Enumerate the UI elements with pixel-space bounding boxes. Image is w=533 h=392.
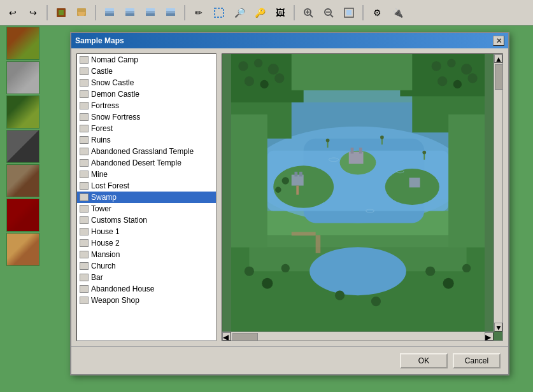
svg-point-46 — [245, 76, 254, 86]
map-list-item-icon — [80, 182, 89, 190]
open-button[interactable] — [73, 4, 90, 22]
map-list-item-label: Abandoned Desert Temple — [91, 158, 181, 167]
zoom-fit-button[interactable] — [340, 4, 358, 22]
map-list-item[interactable]: Abandoned Grassland Temple — [77, 146, 216, 157]
svg-rect-70 — [296, 186, 299, 195]
map-list-item[interactable]: House 1 — [77, 226, 216, 237]
map-list-item[interactable]: Nomad Camp — [77, 54, 216, 66]
map-list-item-label: Snow Castle — [91, 78, 134, 87]
svg-line-20 — [330, 15, 333, 17]
map-list-item-label: Castle — [91, 67, 113, 76]
search-button[interactable]: 🔎 — [231, 4, 248, 22]
sidebar-tile-1[interactable] — [6, 27, 39, 60]
svg-rect-11 — [166, 13, 175, 16]
svg-rect-76 — [316, 235, 321, 253]
map-list-item[interactable]: Snow Castle — [77, 77, 216, 88]
sidebar-tile-6[interactable] — [6, 199, 39, 232]
map-list-item[interactable]: Abandoned Desert Temple — [77, 157, 216, 169]
svg-point-55 — [245, 267, 254, 276]
svg-rect-77 — [292, 232, 316, 236]
plugin-button[interactable]: 🔌 — [388, 4, 406, 22]
pencil-button[interactable]: ✏ — [190, 4, 208, 22]
map-list-item-icon — [80, 148, 89, 155]
map-list-panel: Nomad CampCastleSnow CastleDemon CastleF… — [76, 53, 217, 341]
map-list-item[interactable]: Abandoned House — [77, 283, 216, 295]
svg-point-61 — [335, 291, 345, 300]
svg-point-83 — [422, 151, 426, 155]
map-list-item-icon — [80, 125, 89, 132]
map-list-item[interactable]: Swamp — [77, 192, 216, 203]
map-scrollbar-horizontal[interactable]: ◀ ▶ — [222, 332, 494, 340]
sidebar-tile-3[interactable] — [6, 95, 39, 129]
svg-point-57 — [281, 264, 290, 272]
svg-point-79 — [326, 139, 330, 143]
svg-rect-65 — [299, 172, 302, 177]
map-list-item-label: Mine — [91, 170, 108, 179]
map-list-item[interactable]: Lost Forest — [77, 180, 216, 192]
svg-rect-9 — [146, 11, 155, 13]
map-list-item-icon — [80, 136, 89, 144]
toolbar-sep-2 — [95, 5, 96, 20]
key-button[interactable]: 🔑 — [251, 4, 269, 22]
toolbar-sep-5 — [362, 5, 364, 20]
map-list-item[interactable]: Forest — [77, 123, 216, 134]
settings-button[interactable]: ⚙ — [368, 4, 386, 22]
map-list-item-icon — [80, 90, 89, 98]
map-list-item[interactable]: Snow Fortress — [77, 111, 216, 123]
map-list-item-icon — [80, 171, 89, 178]
map-list-item[interactable]: Mine — [77, 169, 216, 180]
sidebar-tile-2[interactable] — [6, 61, 39, 94]
map-preview-panel: ▲ ▼ ◀ ▶ — [222, 53, 503, 341]
ok-button[interactable]: OK — [400, 353, 448, 368]
new-map-button[interactable] — [52, 4, 70, 22]
image-button[interactable]: 🖼 — [271, 4, 289, 22]
zoom-out-button[interactable] — [320, 4, 338, 22]
sidebar-tile-4[interactable] — [6, 130, 39, 163]
map-list-item-label: Lost Forest — [91, 181, 129, 190]
map-list-item[interactable]: Demon Castle — [77, 88, 216, 100]
map-list-item-icon — [80, 193, 89, 201]
sidebar-tile-7[interactable] — [6, 233, 39, 266]
map-list-item[interactable]: Bar — [77, 272, 216, 283]
map-list-item-label: Fortress — [91, 101, 119, 110]
map-list-item-label: House 1 — [91, 227, 120, 236]
map-list[interactable]: Nomad CampCastleSnow CastleDemon CastleF… — [77, 54, 216, 340]
map-list-item[interactable]: Weapon Shop — [77, 295, 216, 306]
zoom-in-button[interactable] — [299, 4, 317, 22]
undo-button[interactable]: ↩ — [4, 4, 22, 22]
select-button[interactable] — [210, 4, 228, 22]
map-list-item[interactable]: Fortress — [77, 100, 216, 111]
map-list-item-icon — [80, 251, 89, 258]
svg-point-81 — [380, 136, 384, 139]
map-list-item[interactable]: Mansion — [77, 249, 216, 260]
svg-point-44 — [254, 59, 262, 67]
layer1-button[interactable] — [101, 4, 118, 22]
map-list-item-icon — [80, 262, 89, 270]
cancel-button[interactable]: Cancel — [453, 353, 501, 368]
svg-rect-8 — [146, 13, 155, 16]
svg-point-58 — [425, 267, 435, 276]
map-list-item[interactable]: Ruins — [77, 134, 216, 146]
map-list-item[interactable]: Church — [77, 260, 216, 272]
dialog-close-button[interactable]: ✕ — [493, 36, 504, 46]
map-list-item[interactable]: House 2 — [77, 237, 216, 249]
layer2-button[interactable] — [121, 4, 139, 22]
redo-button[interactable]: ↪ — [24, 4, 42, 22]
sidebar-tile-5[interactable] — [6, 164, 39, 197]
svg-rect-34 — [292, 54, 413, 90]
map-list-item[interactable]: Tower — [77, 203, 216, 214]
toolbar: ↩ ↪ ✏ 🔎 🔑 🖼 ⚙ 🔌 — [0, 0, 533, 25]
svg-rect-7 — [125, 8, 134, 11]
layer3-button[interactable] — [141, 4, 159, 22]
svg-rect-69 — [409, 178, 420, 187]
toolbar-sep-4 — [294, 5, 295, 20]
map-list-item-icon — [80, 79, 89, 87]
layer4-button[interactable] — [162, 4, 180, 22]
map-scrollbar-vertical[interactable]: ▲ ▼ — [494, 54, 502, 332]
map-list-item[interactable]: Customs Station — [77, 214, 216, 226]
svg-rect-4 — [105, 8, 114, 11]
svg-point-40 — [309, 247, 406, 295]
svg-point-60 — [462, 264, 471, 272]
svg-line-16 — [310, 15, 313, 17]
map-list-item[interactable]: Castle — [77, 66, 216, 77]
